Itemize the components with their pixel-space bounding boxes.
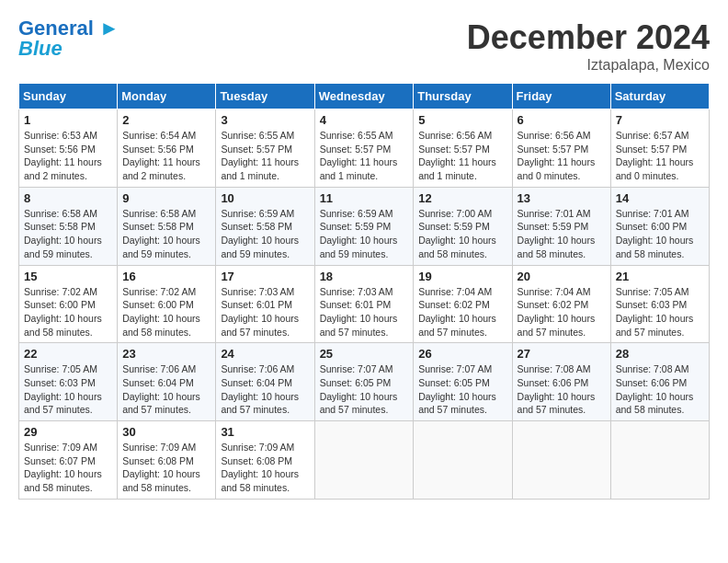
- calendar-day-cell: 27Sunrise: 7:08 AMSunset: 6:06 PMDayligh…: [512, 343, 610, 421]
- day-info: Sunrise: 7:07 AMSunset: 6:05 PMDaylight:…: [320, 362, 409, 417]
- weekday-header: Sunday: [19, 84, 118, 109]
- day-number: 29: [24, 425, 112, 439]
- page-header: General ► Blue December 2024 Iztapalapa,…: [18, 18, 710, 74]
- day-info: Sunrise: 6:55 AMSunset: 5:57 PMDaylight:…: [221, 129, 309, 183]
- day-info: Sunrise: 7:01 AMSunset: 5:59 PMDaylight:…: [518, 207, 606, 261]
- day-number: 1: [24, 113, 112, 127]
- calendar-day-cell: 1Sunrise: 6:53 AMSunset: 5:56 PMDaylight…: [19, 109, 118, 188]
- day-info: Sunrise: 7:08 AMSunset: 6:06 PMDaylight:…: [518, 362, 606, 417]
- month-title: December 2024: [467, 18, 710, 57]
- calendar-table: SundayMondayTuesdayWednesdayThursdayFrid…: [18, 83, 710, 500]
- calendar-day-cell: 28Sunrise: 7:08 AMSunset: 6:06 PMDayligh…: [610, 343, 709, 421]
- calendar-day-cell: 8Sunrise: 6:58 AMSunset: 5:58 PMDaylight…: [19, 187, 118, 265]
- day-info: Sunrise: 7:04 AMSunset: 6:02 PMDaylight:…: [418, 285, 506, 339]
- day-info: Sunrise: 7:05 AMSunset: 6:03 PMDaylight:…: [616, 285, 704, 339]
- calendar-day-cell: 14Sunrise: 7:01 AMSunset: 6:00 PMDayligh…: [610, 187, 709, 265]
- calendar-day-cell: 29Sunrise: 7:09 AMSunset: 6:07 PMDayligh…: [19, 421, 118, 500]
- calendar-day-cell: 5Sunrise: 6:56 AMSunset: 5:57 PMDaylight…: [414, 109, 512, 188]
- day-number: 17: [221, 270, 309, 283]
- calendar-week-row: 22Sunrise: 7:05 AMSunset: 6:03 PMDayligh…: [19, 343, 710, 421]
- calendar-day-cell: 12Sunrise: 7:00 AMSunset: 5:59 PMDayligh…: [414, 187, 512, 265]
- day-number: 16: [122, 270, 210, 283]
- day-info: Sunrise: 7:09 AMSunset: 6:08 PMDaylight:…: [122, 441, 210, 495]
- day-info: Sunrise: 7:03 AMSunset: 6:01 PMDaylight:…: [221, 285, 309, 339]
- day-number: 18: [320, 270, 409, 283]
- calendar-week-row: 15Sunrise: 7:02 AMSunset: 6:00 PMDayligh…: [19, 265, 710, 343]
- calendar-day-cell: 23Sunrise: 7:06 AMSunset: 6:04 PMDayligh…: [118, 343, 216, 421]
- day-number: 20: [518, 270, 606, 283]
- day-info: Sunrise: 6:59 AMSunset: 5:59 PMDaylight:…: [320, 207, 409, 261]
- calendar-day-cell: 3Sunrise: 6:55 AMSunset: 5:57 PMDaylight…: [216, 109, 314, 188]
- calendar-day-cell: 22Sunrise: 7:05 AMSunset: 6:03 PMDayligh…: [19, 343, 118, 421]
- day-info: Sunrise: 7:06 AMSunset: 6:04 PMDaylight:…: [221, 362, 309, 417]
- weekday-header: Wednesday: [314, 84, 414, 109]
- day-info: Sunrise: 6:55 AMSunset: 5:57 PMDaylight:…: [320, 129, 409, 183]
- calendar-day-cell: 11Sunrise: 6:59 AMSunset: 5:59 PMDayligh…: [314, 187, 414, 265]
- weekday-header: Monday: [118, 84, 216, 109]
- calendar-week-row: 8Sunrise: 6:58 AMSunset: 5:58 PMDaylight…: [19, 187, 710, 265]
- day-number: 11: [320, 191, 409, 205]
- day-info: Sunrise: 6:56 AMSunset: 5:57 PMDaylight:…: [418, 129, 506, 183]
- weekday-header: Saturday: [610, 84, 709, 109]
- day-number: 2: [122, 113, 210, 127]
- day-info: Sunrise: 6:57 AMSunset: 5:57 PMDaylight:…: [616, 129, 704, 183]
- day-number: 24: [221, 347, 309, 361]
- calendar-body: 1Sunrise: 6:53 AMSunset: 5:56 PMDaylight…: [19, 109, 710, 500]
- day-info: Sunrise: 7:03 AMSunset: 6:01 PMDaylight:…: [320, 285, 409, 339]
- day-number: 27: [518, 347, 606, 361]
- location: Iztapalapa, Mexico: [467, 57, 710, 74]
- day-info: Sunrise: 7:09 AMSunset: 6:08 PMDaylight:…: [221, 441, 309, 495]
- calendar-day-cell: 31Sunrise: 7:09 AMSunset: 6:08 PMDayligh…: [216, 421, 314, 500]
- day-info: Sunrise: 6:58 AMSunset: 5:58 PMDaylight:…: [24, 207, 112, 261]
- day-number: 3: [221, 113, 309, 127]
- calendar-day-cell: 24Sunrise: 7:06 AMSunset: 6:04 PMDayligh…: [216, 343, 314, 421]
- day-number: 25: [320, 347, 409, 361]
- day-number: 6: [518, 113, 606, 127]
- day-info: Sunrise: 7:02 AMSunset: 6:00 PMDaylight:…: [122, 285, 210, 339]
- weekday-header: Tuesday: [216, 84, 314, 109]
- day-info: Sunrise: 7:01 AMSunset: 6:00 PMDaylight:…: [616, 207, 704, 261]
- calendar-day-cell: 10Sunrise: 6:59 AMSunset: 5:58 PMDayligh…: [216, 187, 314, 265]
- calendar-day-cell: 9Sunrise: 6:58 AMSunset: 5:58 PMDaylight…: [118, 187, 216, 265]
- day-info: Sunrise: 6:58 AMSunset: 5:58 PMDaylight:…: [122, 207, 210, 261]
- day-number: 21: [616, 270, 704, 283]
- calendar-day-cell: 20Sunrise: 7:04 AMSunset: 6:02 PMDayligh…: [512, 265, 610, 343]
- calendar-week-row: 1Sunrise: 6:53 AMSunset: 5:56 PMDaylight…: [19, 109, 710, 188]
- calendar-day-cell: 25Sunrise: 7:07 AMSunset: 6:05 PMDayligh…: [314, 343, 414, 421]
- calendar-day-cell: 4Sunrise: 6:55 AMSunset: 5:57 PMDaylight…: [314, 109, 414, 188]
- calendar-day-cell: 16Sunrise: 7:02 AMSunset: 6:00 PMDayligh…: [118, 265, 216, 343]
- day-info: Sunrise: 6:59 AMSunset: 5:58 PMDaylight:…: [221, 207, 309, 261]
- day-number: 23: [122, 347, 210, 361]
- day-number: 15: [24, 270, 112, 283]
- day-number: 13: [518, 191, 606, 205]
- calendar-day-cell: 21Sunrise: 7:05 AMSunset: 6:03 PMDayligh…: [610, 265, 709, 343]
- title-block: December 2024 Iztapalapa, Mexico: [467, 18, 710, 74]
- day-info: Sunrise: 7:07 AMSunset: 6:05 PMDaylight:…: [418, 362, 506, 417]
- day-info: Sunrise: 7:09 AMSunset: 6:07 PMDaylight:…: [24, 441, 112, 495]
- day-number: 7: [616, 113, 704, 127]
- calendar-day-cell: 7Sunrise: 6:57 AMSunset: 5:57 PMDaylight…: [610, 109, 709, 188]
- day-info: Sunrise: 7:04 AMSunset: 6:02 PMDaylight:…: [518, 285, 606, 339]
- calendar-day-cell: 2Sunrise: 6:54 AMSunset: 5:56 PMDaylight…: [118, 109, 216, 188]
- day-number: 8: [24, 191, 112, 205]
- calendar-day-cell: 6Sunrise: 6:56 AMSunset: 5:57 PMDaylight…: [512, 109, 610, 188]
- logo: General ► Blue: [18, 18, 119, 59]
- calendar-day-cell: 30Sunrise: 7:09 AMSunset: 6:08 PMDayligh…: [118, 421, 216, 500]
- calendar-day-cell: 17Sunrise: 7:03 AMSunset: 6:01 PMDayligh…: [216, 265, 314, 343]
- logo-text: General ►: [18, 18, 119, 39]
- day-number: 14: [616, 191, 704, 205]
- day-number: 26: [418, 347, 506, 361]
- day-info: Sunrise: 7:00 AMSunset: 5:59 PMDaylight:…: [418, 207, 506, 261]
- weekday-header: Friday: [512, 84, 610, 109]
- day-number: 4: [320, 113, 409, 127]
- day-number: 10: [221, 191, 309, 205]
- day-number: 5: [418, 113, 506, 127]
- calendar-header-row: SundayMondayTuesdayWednesdayThursdayFrid…: [19, 84, 710, 109]
- day-info: Sunrise: 6:53 AMSunset: 5:56 PMDaylight:…: [24, 129, 112, 183]
- day-number: 30: [122, 425, 210, 439]
- calendar-day-cell: [414, 421, 512, 500]
- day-number: 31: [221, 425, 309, 439]
- day-info: Sunrise: 7:02 AMSunset: 6:00 PMDaylight:…: [24, 285, 112, 339]
- calendar-day-cell: [610, 421, 709, 500]
- day-number: 28: [616, 347, 704, 361]
